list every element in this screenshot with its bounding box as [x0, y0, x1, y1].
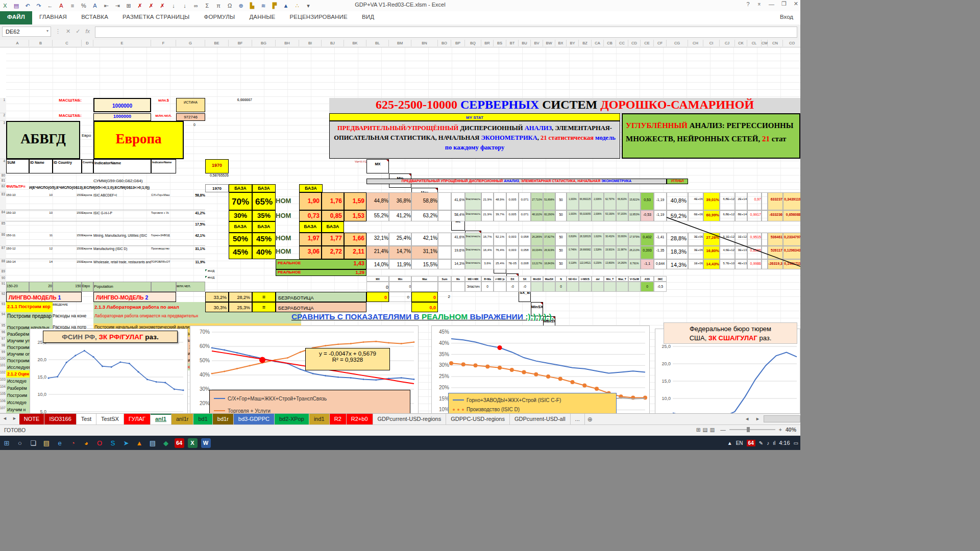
stat-cell[interactable]: Эластичность ≈1	[465, 259, 481, 269]
stat-cell[interactable]: 57,203%	[616, 210, 628, 221]
stat-cell[interactable]: 19,901%	[604, 246, 616, 259]
tabs-nav-right-icon[interactable]: ►	[10, 414, 19, 425]
ribbon-tab-6[interactable]: РЕЦЕНЗИРОВАНИЕ	[283, 11, 355, 24]
stat-cell[interactable]: 13,800%	[604, 259, 616, 269]
stat-cell[interactable]: 19,6%	[451, 246, 465, 259]
population-cell[interactable]: 150-20	[6, 282, 29, 292]
nom-cell[interactable]: НОМ	[276, 210, 299, 221]
stat-right-cell[interactable]	[762, 259, 768, 269]
stat-cell[interactable]: 0,644	[654, 259, 667, 269]
row-header[interactable]: 93	[0, 302, 6, 312]
restore-icon[interactable]: ❐	[781, 1, 787, 7]
data-cell[interactable]: 42,1%	[176, 233, 205, 246]
stat-cell[interactable]: 1,003%	[567, 210, 579, 221]
base-pct-cell[interactable]: 70%	[229, 192, 252, 210]
row-header[interactable]: 91	[0, 282, 6, 292]
explorer-icon[interactable]: ▤	[40, 437, 53, 449]
europe-cell[interactable]: Европа	[93, 121, 184, 159]
baza-cell[interactable]: БАЗА	[229, 221, 252, 233]
column-headers[interactable]: ABCDEFGBEBFBGBHBIBJBKBLBMBNBOBPBQBRBSBTB…	[0, 40, 800, 47]
stat-cell[interactable]: 44,8%	[366, 192, 389, 210]
network-icon[interactable]: ıl	[773, 440, 775, 446]
base-pct-cell[interactable]: 35%	[252, 210, 276, 221]
column-header[interactable]: BQ	[465, 40, 481, 46]
pen-icon[interactable]: ✎	[759, 440, 763, 446]
column-header[interactable]: BE	[205, 40, 229, 46]
telegram-icon[interactable]: ➤	[119, 437, 133, 449]
unemp-pct[interactable]: 25,3%	[229, 302, 252, 312]
population-cell[interactable]: млн.чел.	[176, 282, 205, 292]
stat-cell[interactable]: 53,190%	[604, 210, 616, 221]
stat-cell[interactable]	[628, 282, 641, 292]
stat-right-cell[interactable]: 0,2334797	[783, 233, 800, 246]
column-header[interactable]: BO	[438, 40, 451, 46]
zero-cell[interactable]: 0	[389, 292, 411, 302]
firefox-icon[interactable]: ◕	[80, 437, 93, 449]
stat-cell[interactable]: 0,008	[519, 259, 531, 269]
sign-in-link[interactable]: Вход	[780, 14, 793, 20]
stat-cell[interactable]	[579, 282, 592, 292]
column-header[interactable]: CE	[641, 40, 654, 46]
stat-cell[interactable]: 48,102%	[531, 210, 543, 221]
column-header[interactable]: BX	[555, 40, 567, 46]
stat-cell[interactable]: 0,53	[641, 192, 654, 210]
data-cell[interactable]: Mining, Manufacturing, Utilities (ISIC	[93, 233, 151, 246]
clock[interactable]: 4:16	[779, 440, 790, 446]
stat-right-cell[interactable]: 0,3439119	[783, 192, 800, 210]
row-header[interactable]: 92	[0, 292, 6, 302]
stat-cell[interactable]: 7E-05	[506, 259, 519, 269]
data-cell[interactable]: Wholesale, retail trade, restaurants and…	[93, 259, 151, 269]
stat-cell[interactable]: 66,660225	[579, 192, 592, 210]
column-header[interactable]: CK	[735, 40, 747, 46]
stat-cell[interactable]: -1,19	[654, 192, 667, 210]
column-header[interactable]: G	[176, 40, 205, 46]
data-cell[interactable]: 150-12	[6, 246, 29, 259]
stat-cell[interactable]: 58,4%	[451, 210, 465, 221]
column-header[interactable]: C	[53, 40, 82, 46]
value-cell[interactable]: 1,59	[344, 192, 366, 210]
stat-cell[interactable]	[543, 282, 555, 292]
zoom-controls[interactable]: ⊞▤▥ — + 40%	[696, 427, 796, 433]
stat-cell[interactable]: 14,0%	[366, 259, 389, 269]
data-cell[interactable]: 10	[29, 210, 53, 221]
stat-cell[interactable]: 0,818%	[567, 233, 579, 246]
row-header[interactable]: 2	[0, 113, 6, 121]
stat-right-cell[interactable]: 14,3%	[667, 259, 688, 269]
namebox-dropdown-icon[interactable]: ▾	[46, 29, 48, 33]
row-header[interactable]: 83	[0, 192, 6, 210]
stat-cell[interactable]: 0,005	[506, 210, 519, 221]
stat-right-cell[interactable]: 0,656088	[783, 210, 800, 221]
data-cell[interactable]: Manufacturing (ISIC D)	[93, 246, 151, 259]
stat-cell[interactable]	[567, 282, 579, 292]
stat-right-cell[interactable]: 0,1461711	[783, 259, 800, 269]
horizontal-scrollbar[interactable]	[764, 415, 800, 422]
sheet-tab-r2[interactable]: R2	[330, 414, 347, 425]
row-header[interactable]: 99	[0, 350, 6, 357]
zoom-level[interactable]: 40%	[786, 427, 796, 433]
enter-icon[interactable]: ✓	[76, 28, 80, 35]
data-cell[interactable]: Европа	[82, 192, 93, 210]
stat-right-cell[interactable]: 3E+06	[688, 246, 703, 259]
data-cell[interactable]: Горно+ЗАВОД	[151, 233, 176, 246]
column-header[interactable]: CF	[654, 40, 667, 46]
stat-cell[interactable]: 33,693%	[616, 233, 628, 246]
stat-cell[interactable]: 2,006%	[592, 192, 604, 210]
row-header[interactable]: 104	[0, 385, 6, 392]
stat-cell[interactable]: 0,058	[519, 246, 531, 259]
ribbon-options-icon[interactable]: ⌅	[757, 1, 762, 7]
stat-cell[interactable]: 26,919%	[543, 246, 555, 259]
stat-cell[interactable]: 0,230%	[592, 259, 604, 269]
sheet-tab-bd3-gdppc[interactable]: bd3-GDPPC	[234, 414, 275, 425]
help-icon[interactable]: ?	[747, 1, 750, 7]
stat-cell[interactable]	[494, 282, 506, 292]
column-header[interactable]: CL	[747, 40, 762, 46]
view-icon[interactable]: ▥	[709, 427, 715, 433]
chrome-icon[interactable]: ◔	[66, 437, 80, 449]
column-header[interactable]: BL	[366, 40, 389, 46]
stat-cell[interactable]	[592, 282, 604, 292]
stat-right-cell[interactable]	[762, 246, 768, 259]
data-cell[interactable]: Производство	[151, 246, 176, 259]
fx-icon[interactable]: fx	[85, 28, 90, 35]
vlc-icon[interactable]: ▲	[133, 437, 146, 449]
sheet-tab-...[interactable]: ...	[571, 414, 585, 425]
